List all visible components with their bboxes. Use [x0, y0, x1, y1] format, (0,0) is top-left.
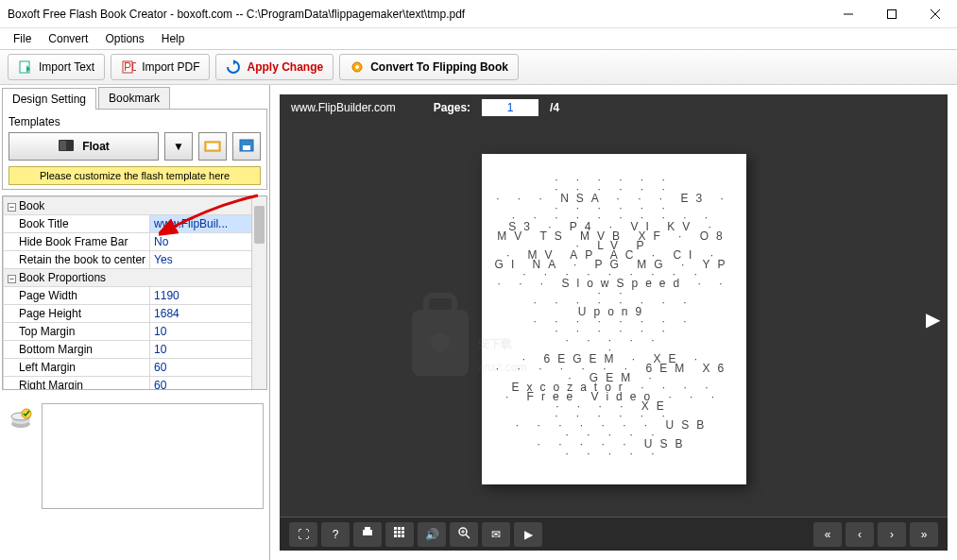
preview-site: www.FlipBuilder.com: [291, 101, 396, 114]
apply-change-button[interactable]: Apply Change: [215, 54, 333, 80]
svg-point-8: [355, 65, 359, 69]
tab-design-setting[interactable]: Design Setting: [2, 88, 96, 110]
prop-lm-key[interactable]: Left Margin: [4, 359, 150, 377]
prop-book-title-val[interactable]: www.FlipBuil...: [150, 215, 266, 233]
chevron-down-icon: ▼: [173, 140, 184, 153]
svg-rect-27: [398, 527, 401, 530]
help-icon: ?: [333, 528, 339, 541]
left-panel: Design Setting Bookmark Templates Float …: [0, 85, 270, 560]
prop-cat-book[interactable]: −Book: [4, 197, 266, 215]
prop-pw-key[interactable]: Page Width: [4, 287, 150, 305]
help-button[interactable]: ?: [321, 522, 350, 547]
zoom-button[interactable]: [450, 522, 478, 547]
convert-book-button[interactable]: Convert To Flipping Book: [339, 54, 519, 80]
property-grid: −Book Book Titlewww.FlipBuil... Hide Boo…: [2, 195, 267, 390]
sound-button[interactable]: 🔊: [418, 522, 446, 547]
svg-rect-28: [402, 527, 404, 530]
prop-rm-key[interactable]: Right Margin: [4, 377, 150, 391]
print-icon: [361, 526, 374, 542]
lower-left-section: [2, 399, 267, 513]
templates-section: Templates Float ▼: [2, 110, 267, 190]
disk-icon[interactable]: [6, 403, 36, 509]
next-page-button[interactable]: ›: [878, 522, 906, 547]
import-text-label: Import Text: [39, 60, 94, 74]
import-text-icon: [18, 59, 33, 75]
page-preview: · · · · · ·· · · · · ·· · · NSA · · · E3…: [482, 154, 746, 484]
info-box: [42, 403, 264, 509]
title-bar: Boxoft Free Flash Book Creator - boxoft.…: [0, 0, 957, 28]
pages-label: Pages:: [434, 101, 470, 114]
prop-pw-val[interactable]: 1190: [150, 287, 266, 305]
svg-rect-30: [398, 531, 401, 534]
total-pages: /4: [550, 101, 559, 114]
svg-rect-31: [402, 531, 404, 534]
svg-point-21: [431, 333, 450, 352]
last-page-button[interactable]: »: [910, 522, 938, 547]
template-save-button[interactable]: [232, 132, 261, 161]
prop-retain-key[interactable]: Retain the book to center: [4, 251, 150, 269]
window-buttons: [827, 0, 957, 28]
menu-help[interactable]: Help: [154, 30, 193, 47]
preview-body[interactable]: · · · · · ·· · · · · ·· · · NSA · · · E3…: [280, 121, 948, 517]
prop-cat-proportions[interactable]: −Book Proportions: [4, 269, 266, 287]
svg-rect-12: [207, 144, 218, 149]
template-dropdown-button[interactable]: ▼: [164, 132, 193, 161]
email-button[interactable]: ✉: [482, 522, 510, 547]
next-icon: ›: [890, 528, 894, 541]
next-page-arrow[interactable]: ▶: [926, 308, 940, 331]
play-icon: ▶: [524, 528, 533, 541]
prop-bm-key[interactable]: Bottom Margin: [4, 341, 150, 359]
template-open-button[interactable]: [198, 132, 227, 161]
right-panel: www.FlipBuilder.com Pages: /4 · · · · · …: [270, 85, 957, 560]
prev-page-button[interactable]: ‹: [846, 522, 874, 547]
fullscreen-button[interactable]: ⛶: [289, 522, 317, 547]
sound-icon: 🔊: [425, 528, 439, 541]
preview-header: www.FlipBuilder.com Pages: /4: [280, 94, 948, 121]
convert-book-label: Convert To Flipping Book: [370, 60, 508, 74]
menu-file[interactable]: File: [6, 30, 39, 47]
close-button[interactable]: [914, 0, 957, 28]
customize-hint[interactable]: Please customize the flash template here: [9, 166, 261, 185]
svg-rect-19: [412, 310, 469, 376]
fullscreen-icon: ⛶: [298, 528, 309, 541]
prop-tm-key[interactable]: Top Margin: [4, 323, 150, 341]
prop-ph-key[interactable]: Page Height: [4, 305, 150, 323]
menu-options[interactable]: Options: [97, 30, 151, 47]
zoom-icon: [457, 526, 470, 542]
prop-tm-val[interactable]: 10: [150, 323, 266, 341]
prop-book-title-key[interactable]: Book Title: [4, 215, 150, 233]
import-pdf-button[interactable]: PDF Import PDF: [111, 54, 210, 80]
preview-footer: ⛶ ? 🔊 ✉ ▶ « ‹ › »: [280, 517, 948, 551]
first-icon: «: [825, 528, 831, 541]
refresh-icon: [226, 59, 241, 75]
prop-rm-val[interactable]: 60: [150, 377, 266, 391]
autoflip-button[interactable]: ▶: [514, 522, 542, 547]
thumbnails-button[interactable]: [385, 522, 414, 547]
svg-rect-34: [402, 535, 404, 537]
menu-convert[interactable]: Convert: [41, 30, 95, 47]
prop-hide-bar-val[interactable]: No: [150, 233, 266, 251]
menu-bar: File Convert Options Help: [0, 28, 957, 49]
print-button[interactable]: [353, 522, 382, 547]
prop-retain-val[interactable]: Yes: [150, 251, 266, 269]
book-icon: [58, 138, 75, 156]
prop-lm-val[interactable]: 60: [150, 359, 266, 377]
minimize-button[interactable]: [827, 0, 870, 28]
current-page-input[interactable]: [482, 99, 538, 116]
maximize-button[interactable]: [870, 0, 914, 28]
folder-open-icon: [204, 138, 221, 156]
svg-rect-29: [394, 531, 397, 534]
prev-icon: ‹: [858, 528, 862, 541]
prop-bm-val[interactable]: 10: [150, 341, 266, 359]
svg-rect-33: [398, 535, 401, 537]
propgrid-scrollbar[interactable]: [251, 196, 266, 389]
scrollbar-thumb[interactable]: [254, 206, 265, 244]
first-page-button[interactable]: «: [813, 522, 842, 547]
prop-ph-val[interactable]: 1684: [150, 305, 266, 323]
prop-hide-bar-key[interactable]: Hide Book Frame Bar: [4, 233, 150, 251]
import-text-button[interactable]: Import Text: [8, 54, 105, 80]
import-pdf-label: Import PDF: [142, 60, 199, 74]
tab-bookmark[interactable]: Bookmark: [98, 87, 170, 109]
last-icon: »: [921, 528, 928, 541]
template-float-button[interactable]: Float: [9, 132, 159, 161]
